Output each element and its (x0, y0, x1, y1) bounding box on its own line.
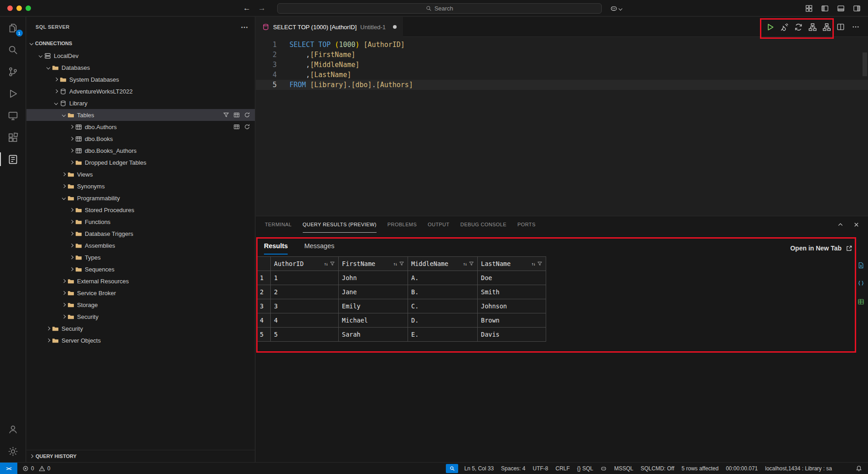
tree-item-dbo-books-authors[interactable]: dbo.Books_Authors (26, 145, 255, 156)
back-icon[interactable]: ← (243, 4, 251, 13)
zoom-window-button[interactable] (26, 5, 31, 11)
notifications[interactable] (854, 465, 863, 472)
indentation[interactable]: Spaces: 4 (500, 465, 527, 472)
results-tab-messages[interactable]: Messages (304, 242, 334, 255)
grid-cell-r4c0[interactable]: 4 (257, 313, 271, 328)
grid-cell-r4c2[interactable]: Michael (339, 313, 408, 328)
grid-cell-r2c0[interactable]: 2 (257, 285, 271, 299)
tree-item-system-databases[interactable]: System Databases (26, 73, 255, 85)
grid-cell-r5c0[interactable]: 5 (257, 328, 271, 342)
code-line-2[interactable]: 2 ,[FirstName] (256, 50, 868, 60)
sort-icon[interactable]: ↑↓ (531, 261, 535, 266)
grid-cell-r3c2[interactable]: Emily (339, 299, 408, 313)
query-history-section-header[interactable]: QUERY HISTORY (26, 450, 255, 462)
panel-tab-query-results-preview[interactable]: QUERY RESULTS (PREVIEW) (303, 216, 377, 233)
grid-cell-r5c4[interactable]: Davis (478, 328, 546, 342)
connections-section-header[interactable]: CONNECTIONS (26, 37, 255, 50)
refresh-icon[interactable] (244, 112, 250, 118)
warnings[interactable]: 0 (37, 465, 52, 472)
run-button[interactable] (766, 23, 775, 31)
filter-icon[interactable] (223, 112, 229, 118)
tree-item-server-objects[interactable]: Server Objects (26, 334, 255, 346)
grid-cell-r3c1[interactable]: 3 (271, 299, 339, 313)
grid-cell-r3c3[interactable]: C. (408, 299, 478, 313)
code-line-1[interactable]: 1SELECT TOP (1000) [AuthorID] (256, 40, 868, 50)
tree-item-dbo-authors[interactable]: dbo.Authors (26, 121, 255, 133)
code-line-5[interactable]: 5FROM [Library].[dbo].[Authors] (256, 80, 868, 90)
tree-item-types[interactable]: Types (26, 251, 255, 263)
activity-item-run-debug-icon[interactable] (0, 83, 26, 104)
refresh-icon[interactable] (244, 124, 250, 130)
tree-item-database-triggers[interactable]: Database Triggers (26, 228, 255, 240)
sqlcmd-mode[interactable]: SQLCMD: Off (639, 465, 676, 472)
connection-info[interactable]: localhost,1434 : Library : sa (764, 465, 833, 472)
save-excel-icon[interactable] (858, 298, 864, 305)
tree-item-programmability[interactable]: Programmability (26, 192, 255, 204)
encoding[interactable]: UTF-8 (531, 465, 549, 472)
tree-item-assemblies[interactable]: Assemblies (26, 240, 255, 251)
query-duration[interactable]: 00:00:00.071 (724, 465, 759, 472)
grid-header-firstname[interactable]: FirstName↑↓ (339, 257, 408, 271)
layout-grid-icon[interactable] (805, 5, 813, 12)
sort-icon[interactable]: ↑↓ (463, 261, 466, 266)
activity-item-account-icon[interactable] (0, 418, 26, 440)
grid-cell-r3c0[interactable]: 3 (257, 299, 271, 313)
panel-tab-output[interactable]: OUTPUT (428, 216, 450, 233)
grid-cell-r2c1[interactable]: 2 (271, 285, 339, 299)
split-editor-icon[interactable] (837, 23, 845, 31)
close-panel-icon[interactable] (853, 221, 860, 228)
grid-cell-r1c2[interactable]: John (339, 271, 408, 285)
tree-item-localdev[interactable]: LocalDev (26, 50, 255, 62)
more-actions-icon[interactable] (852, 23, 860, 31)
grid-cell-r4c3[interactable]: D. (408, 313, 478, 328)
tree-item-views[interactable]: Views (26, 168, 255, 180)
panel-tab-ports[interactable]: PORTS (517, 216, 536, 233)
grid-cell-r5c2[interactable]: Sarah (339, 328, 408, 342)
tree-item-storage[interactable]: Storage (26, 299, 255, 311)
more-actions-icon[interactable]: ⋯ (241, 23, 248, 31)
copilot[interactable] (599, 465, 608, 472)
rows-affected[interactable]: 5 rows affected (680, 465, 720, 472)
zoom-indicator[interactable] (446, 464, 458, 473)
filter-icon[interactable] (330, 261, 335, 266)
tree-item-external-resources[interactable]: External Resources (26, 275, 255, 287)
table-icon[interactable] (233, 124, 240, 130)
filter-icon[interactable] (537, 261, 542, 266)
estimated-plan-button[interactable] (808, 23, 817, 31)
code-line-3[interactable]: 3 ,[MiddleName] (256, 60, 868, 70)
grid-cell-r5c3[interactable]: E. (408, 328, 478, 342)
grid-header-authorid[interactable]: AuthorID↑↓ (271, 257, 339, 271)
mssql-connection[interactable]: MSSQL (613, 465, 635, 472)
editor-tab[interactable]: SELECT TOP (1000) [AuthorID] Untitled-1 (256, 17, 403, 37)
filter-icon[interactable] (399, 261, 404, 266)
layout-sidebar-icon[interactable] (821, 5, 829, 12)
tree-item-library[interactable]: Library (26, 97, 255, 109)
layout-secondary-icon[interactable] (853, 5, 861, 12)
remote-indicator[interactable]: >< (0, 463, 17, 474)
connect-button[interactable] (780, 23, 789, 31)
tree-item-tables[interactable]: Tables (26, 109, 255, 121)
change-connection-button[interactable] (794, 23, 803, 31)
grid-cell-r1c1[interactable]: 1 (271, 271, 339, 285)
tree-item-security[interactable]: Security (26, 311, 255, 323)
tree-item-functions[interactable]: Functions (26, 216, 255, 228)
panel-tab-problems[interactable]: PROBLEMS (388, 216, 417, 233)
minimize-window-button[interactable] (16, 5, 22, 11)
activity-item-explorer-icon[interactable]: 1 (0, 17, 26, 39)
activity-item-remote-explorer-icon[interactable] (0, 104, 26, 126)
grid-cell-r2c2[interactable]: Jane (339, 285, 408, 299)
close-window-button[interactable] (7, 5, 13, 11)
forward-icon[interactable]: → (258, 4, 266, 13)
grid-cell-r1c3[interactable]: A. (408, 271, 478, 285)
open-in-new-tab-button[interactable]: Open in New Tab (790, 245, 852, 255)
copilot-menu[interactable] (610, 3, 622, 14)
tree-item-synonyms[interactable]: Synonyms (26, 180, 255, 192)
panel-tab-terminal[interactable]: TERMINAL (265, 216, 292, 233)
save-csv-icon[interactable] (858, 262, 864, 269)
sort-icon[interactable]: ↑↓ (324, 261, 327, 266)
layout-panel-icon[interactable] (837, 5, 845, 12)
grid-cell-r1c0[interactable]: 1 (257, 271, 271, 285)
panel-tab-debug-console[interactable]: DEBUG CONSOLE (460, 216, 506, 233)
eol[interactable]: CRLF (554, 465, 571, 472)
tree-item-stored-procedures[interactable]: Stored Procedures (26, 204, 255, 216)
